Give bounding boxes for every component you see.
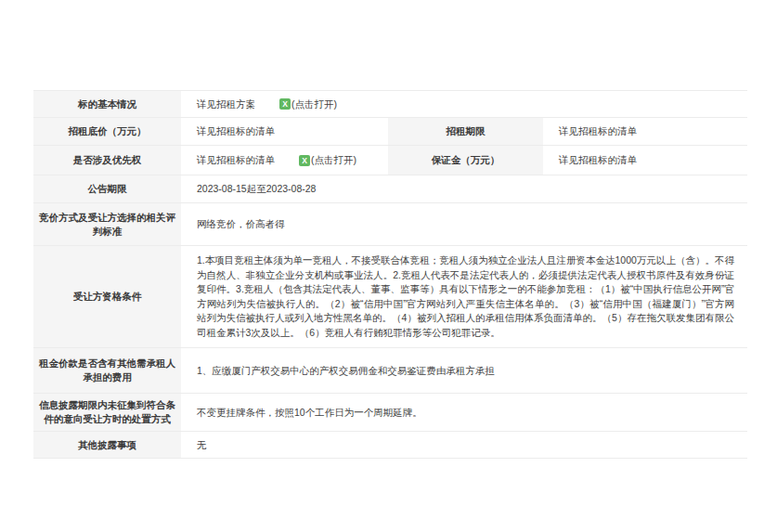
row-label-secondary: 招租期限: [388, 118, 543, 145]
row-label: 租金价款是否含有其他需承租人承担的费用: [33, 348, 181, 393]
table-row-other-disclosures: 其他披露事项 无: [33, 432, 747, 459]
row-value-cell: 无: [181, 432, 747, 458]
click-to-open-link[interactable]: (点击打开): [311, 153, 356, 167]
click-to-open-link[interactable]: (点击打开): [291, 97, 337, 111]
row-value-cell: 详见招租标的清单 X (点击打开): [181, 146, 388, 175]
row-value-secondary-text: 详见招租标的清单: [559, 124, 637, 138]
attachment-link[interactable]: X (点击打开): [279, 97, 337, 111]
row-label: 其他披露事项: [33, 432, 181, 458]
row-value-cell: 网络竞价，价高者得: [181, 203, 747, 245]
table-row-additional-fees: 租金价款是否含有其他需承租人承担的费用 1、应缴厦门产权交易中心的产权交易佣金和…: [33, 348, 747, 394]
rental-announcement-page: 标的基本情况 详见招租方案 X (点击打开) 招租底价（万元） 详见招租标的清单…: [0, 0, 777, 532]
row-value-cell: 不变更挂牌条件，按照10个工作日为一个周期延牌。: [181, 394, 747, 431]
row-label: 公告期限: [33, 175, 181, 202]
row-value-cell: 详见招租方案 X (点击打开): [181, 91, 747, 117]
table-row-subject-basic-info: 标的基本情况 详见招租方案 X (点击打开): [33, 91, 747, 118]
table-row-base-price-and-term: 招租底价（万元） 详见招租标的清单 招租期限 详见招租标的清单: [33, 118, 747, 146]
row-value-text: 详见招租标的清单: [197, 124, 275, 138]
row-label: 竞价方式及受让方选择的相关评判标准: [33, 203, 181, 245]
row-label: 受让方资格条件: [33, 246, 181, 347]
row-label-secondary: 保证金（万元）: [388, 146, 543, 175]
rental-disclosure-table: 标的基本情况 详见招租方案 X (点击打开) 招租底价（万元） 详见招租标的清单…: [33, 90, 747, 459]
row-value-cell: 2023-08-15起至2023-08-28: [181, 175, 747, 202]
row-value-text: 网络竞价，价高者得: [197, 217, 285, 231]
table-row-transferee-qualification: 受让方资格条件 1.本项目竞租主体须为单一竞租人，不接受联合体竞租；竞租人须为独…: [33, 246, 747, 348]
row-label: 信息披露期限内未征集到符合条件的意向受让方时的处置方式: [33, 394, 181, 431]
excel-file-icon[interactable]: X: [279, 98, 291, 110]
table-row-bidding-method: 竞价方式及受让方选择的相关评判标准 网络竞价，价高者得: [33, 203, 747, 246]
row-value-text: 详见招租标的清单: [197, 153, 275, 167]
table-row-priority-right-and-deposit: 是否涉及优先权 详见招租标的清单 X (点击打开) 保证金（万元） 详见招租标的…: [33, 146, 747, 175]
row-value-text: 不变更挂牌条件，按照10个工作日为一个周期延牌。: [197, 406, 422, 420]
row-value-text: 2023-08-15起至2023-08-28: [197, 182, 316, 196]
row-value-secondary-cell: 详见招租标的清单: [543, 146, 747, 175]
row-value-cell: 1、应缴厦门产权交易中心的产权交易佣金和交易鉴证费由承租方承担: [181, 348, 747, 393]
row-label: 标的基本情况: [33, 91, 181, 117]
row-value-text: 1、应缴厦门产权交易中心的产权交易佣金和交易鉴证费由承租方承担: [197, 364, 495, 378]
table-row-announcement-period: 公告期限 2023-08-15起至2023-08-28: [33, 175, 747, 203]
attachment-link[interactable]: X (点击打开): [299, 153, 356, 167]
row-label: 是否涉及优先权: [33, 146, 181, 175]
row-value-text: 详见招租方案: [197, 97, 255, 111]
row-label: 招租底价（万元）: [33, 118, 181, 145]
row-value-text: 无: [197, 438, 207, 452]
row-value-cell: 详见招租标的清单: [181, 118, 388, 145]
row-value-secondary-text: 详见招租标的清单: [559, 153, 637, 167]
row-value-secondary-cell: 详见招租标的清单: [543, 118, 747, 145]
excel-file-icon[interactable]: X: [299, 155, 310, 166]
row-value-cell: 1.本项目竞租主体须为单一竞租人，不接受联合体竞租；竞租人须为独立企业法人且注册…: [181, 246, 747, 347]
table-row-extension-policy: 信息披露期限内未征集到符合条件的意向受让方时的处置方式 不变更挂牌条件，按照10…: [33, 394, 747, 432]
